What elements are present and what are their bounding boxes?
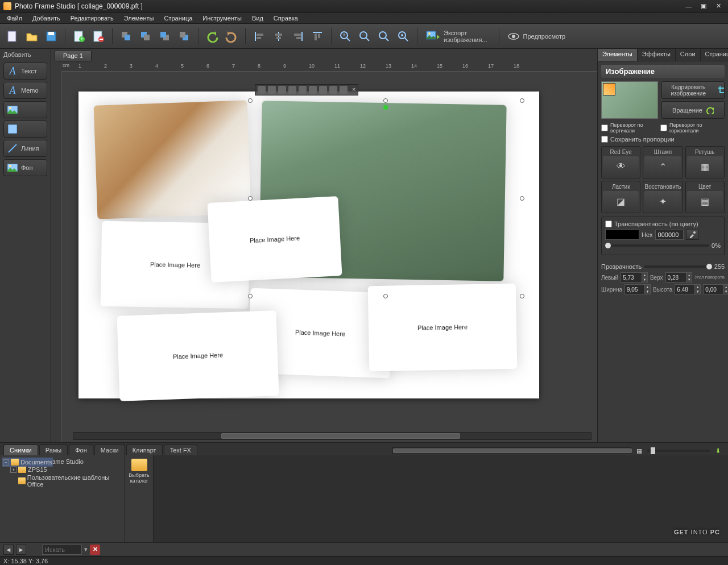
zoom-fit-button[interactable]: [376, 28, 392, 44]
canvas-viewport[interactable]: Place Image Here Place Image Here Place …: [61, 72, 597, 442]
selection-handle[interactable]: [248, 294, 253, 298]
ctx-tool-icon[interactable]: [340, 86, 348, 94]
add-background-button[interactable]: Фон: [3, 159, 47, 176]
selection-handle[interactable]: [248, 98, 253, 103]
ctx-tool-icon[interactable]: [268, 86, 276, 94]
align-right-button[interactable]: [290, 28, 306, 44]
export-button[interactable]: Экспортизображения...: [423, 28, 493, 45]
top-input[interactable]: ▲▼: [665, 272, 693, 282]
context-toolbar[interactable]: ×: [255, 84, 358, 95]
ctx-tool-icon[interactable]: [329, 86, 337, 94]
send-backward-button[interactable]: [157, 28, 173, 44]
page-tab-1[interactable]: Page 1: [55, 50, 92, 61]
zoom-in-button[interactable]: +: [337, 28, 353, 44]
eraser-tool[interactable]: Ластик◪: [601, 181, 640, 213]
color-tool[interactable]: Цвет▤: [685, 181, 725, 213]
prev-button[interactable]: ◄: [3, 545, 14, 555]
save-button[interactable]: [43, 28, 59, 44]
add-text-button[interactable]: AТекст: [3, 63, 47, 80]
close-button[interactable]: ✕: [712, 2, 725, 11]
choose-catalog-button[interactable]: Выбрать каталог: [125, 455, 154, 542]
ctx-tool-icon[interactable]: [309, 86, 317, 94]
prop-tab-layers[interactable]: Слои: [676, 49, 701, 61]
stamp-tool[interactable]: Штамп⌃: [643, 146, 682, 178]
menu-file[interactable]: Файл: [2, 14, 27, 23]
thumbnails-icon[interactable]: ▦: [635, 446, 644, 455]
selection-handle[interactable]: [383, 294, 388, 298]
collage-frame-3[interactable]: Place Image Here: [207, 196, 342, 282]
delete-page-button[interactable]: [90, 28, 106, 44]
zoom-out-button[interactable]: −: [357, 28, 373, 44]
tree-item-documents[interactable]: −Documents: [2, 458, 53, 467]
height-input[interactable]: ▲▼: [675, 284, 701, 294]
ctx-tool-icon[interactable]: [288, 86, 296, 94]
transparency-by-color-checkbox[interactable]: Транспарентность (по цвету): [605, 221, 721, 227]
btab-backgrounds[interactable]: Фон: [69, 444, 93, 455]
folder-tree[interactable]: −Documents +Photo Frame Studio +ZPS15 +П…: [0, 455, 125, 542]
menu-page[interactable]: Страница: [159, 14, 197, 23]
add-memo-button[interactable]: AMemo: [3, 82, 47, 99]
redo-button[interactable]: [224, 28, 239, 44]
align-left-button[interactable]: [251, 28, 267, 44]
tolerance-slider[interactable]: [605, 244, 709, 247]
btab-snapshots[interactable]: Снимки: [3, 444, 38, 455]
maximize-button[interactable]: ▣: [697, 2, 710, 11]
width-input[interactable]: ▲▼: [624, 284, 651, 294]
preview-button[interactable]: Предпросмотр: [505, 29, 572, 44]
prop-tab-elements[interactable]: Элементы: [598, 49, 638, 61]
ctx-tool-icon[interactable]: [258, 86, 266, 94]
search-input[interactable]: [42, 545, 82, 555]
thumb-h-scrollbar[interactable]: [392, 447, 631, 454]
crop-button[interactable]: Кадрировать изображение: [661, 81, 725, 99]
thumbnail-area[interactable]: [154, 455, 728, 542]
color-swatch[interactable]: [605, 230, 639, 240]
bring-front-button[interactable]: [118, 28, 134, 44]
bring-forward-button[interactable]: [138, 28, 154, 44]
page[interactable]: Place Image Here Place Image Here Place …: [78, 92, 539, 398]
menu-help[interactable]: Справка: [269, 14, 303, 23]
btab-masks[interactable]: Маски: [94, 444, 125, 455]
add-page-button[interactable]: +: [71, 28, 87, 44]
download-arrow-icon[interactable]: ⬇: [713, 446, 722, 455]
menu-view[interactable]: Вид: [247, 14, 268, 23]
selection-handle[interactable]: [383, 98, 388, 103]
align-top-button[interactable]: [309, 28, 325, 44]
menu-add[interactable]: Добавить: [28, 14, 65, 23]
add-image-button[interactable]: [3, 101, 47, 118]
selection-handle[interactable]: [520, 98, 524, 103]
tree-item[interactable]: +ZPS15: [2, 466, 122, 473]
ctx-tool-icon[interactable]: [319, 86, 327, 94]
prop-tab-effects[interactable]: Эффекты: [638, 49, 676, 61]
align-center-button[interactable]: [271, 28, 287, 44]
hex-input[interactable]: [655, 230, 684, 240]
btab-textfx[interactable]: Text FX: [164, 444, 197, 455]
search-dropdown-icon[interactable]: ▾: [84, 546, 88, 553]
minimize-button[interactable]: —: [682, 2, 695, 11]
btab-clipart[interactable]: Клипарт: [126, 444, 163, 455]
selection-handle[interactable]: [520, 196, 524, 201]
selection-handle[interactable]: [520, 294, 524, 298]
canvas-h-scrollbar[interactable]: [73, 432, 592, 440]
opacity-slider[interactable]: [644, 265, 712, 268]
next-button[interactable]: ►: [16, 545, 26, 555]
image-thumbnail[interactable]: [601, 81, 658, 119]
ctx-tool-icon[interactable]: [278, 86, 286, 94]
tree-item[interactable]: +Пользовательские шаблоны Office: [2, 473, 122, 488]
left-input[interactable]: ▲▼: [621, 272, 648, 282]
collage-frame-5[interactable]: Place Image Here: [368, 284, 518, 372]
menu-edit[interactable]: Редактировать: [66, 14, 118, 23]
open-button[interactable]: [24, 28, 40, 44]
ctx-tool-icon[interactable]: [299, 86, 307, 94]
menu-elements[interactable]: Элементы: [119, 14, 159, 23]
new-button[interactable]: [5, 28, 20, 44]
eyedropper-button[interactable]: [686, 230, 698, 240]
restore-tool[interactable]: Восстановить✦: [643, 181, 682, 213]
context-toolbar-close[interactable]: ×: [352, 86, 355, 94]
send-back-button[interactable]: [176, 28, 192, 44]
rotation-handle[interactable]: [383, 105, 388, 110]
retouch-tool[interactable]: Ретушь▦: [685, 146, 725, 178]
undo-button[interactable]: [204, 28, 220, 44]
flip-h-checkbox[interactable]: Переворот по горизонтали: [660, 122, 715, 134]
zoom-actual-button[interactable]: [395, 28, 411, 44]
selection-handle[interactable]: [248, 196, 253, 201]
